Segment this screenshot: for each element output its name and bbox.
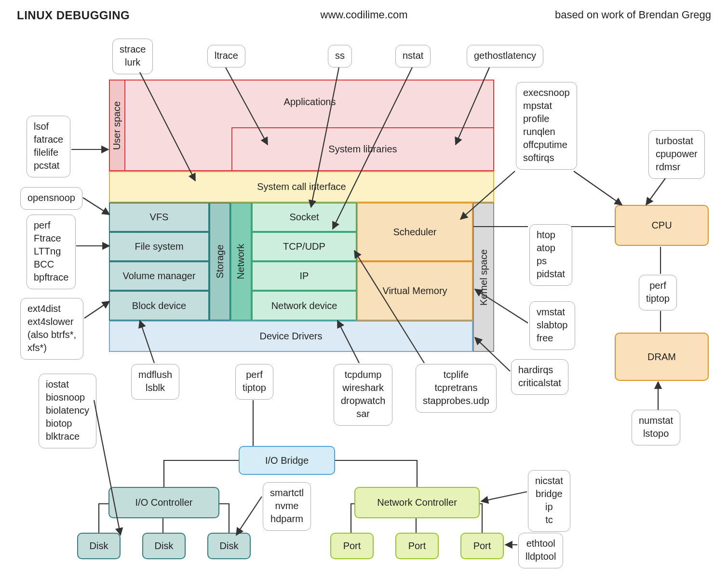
tool-nstat: nstat xyxy=(395,45,431,67)
tool-ltrace: ltrace xyxy=(207,45,245,67)
kernel-virtual-memory: Virtual Memory xyxy=(357,261,473,321)
network-device: Network device xyxy=(252,291,357,321)
region-user-space-label: User space xyxy=(109,80,125,171)
tool-line: numstat xyxy=(639,414,673,427)
tool-line: rdmsr xyxy=(656,161,698,174)
tool-line: perf xyxy=(646,279,670,292)
tool-gethostlatency: gethostlatency xyxy=(467,45,543,67)
tool-strace-lurk: stracelurk xyxy=(112,39,153,74)
network-ip: IP xyxy=(252,261,357,291)
storage-file-system: File system xyxy=(109,232,209,261)
tool-line: execsnoop xyxy=(523,86,570,99)
tool-line: tiptop xyxy=(646,292,670,305)
tool-line: ethtool xyxy=(526,537,556,550)
tool-line: filelife xyxy=(34,146,63,159)
layer-applications: Applications xyxy=(125,80,494,124)
tool-ethtool-group: ethtoollldptool xyxy=(518,533,563,568)
tool-line: ps xyxy=(537,255,565,268)
tool-line: mdflush xyxy=(138,368,172,381)
tool-line: stapprobes.udp xyxy=(423,394,489,407)
tool-line: Ftrace xyxy=(34,232,68,245)
tool-numstat-group: numstatlstopo xyxy=(632,410,680,445)
svg-line-6 xyxy=(83,198,109,215)
region-kernel-space-label: Kernel space xyxy=(473,202,494,352)
diagram-canvas: LINUX DEBUGGING www.codilime.com based o… xyxy=(0,0,728,579)
tool-perf-tiptop-right: perftiptop xyxy=(639,275,677,310)
svg-line-12 xyxy=(646,178,665,205)
hw-disk-2: Disk xyxy=(142,533,186,559)
tool-line: vmstat xyxy=(537,306,568,319)
tool-line: LTTng xyxy=(34,245,68,258)
tool-line: nstat xyxy=(403,49,423,62)
tool-htop-group: htopatoppspidstat xyxy=(529,224,572,286)
tool-line: hdparm xyxy=(270,512,304,525)
tool-line: lldptool xyxy=(526,550,556,563)
tool-line: profile xyxy=(523,112,570,125)
network-column-label: Network xyxy=(230,202,252,321)
hw-port-3: Port xyxy=(460,533,504,559)
tool-line: iostat xyxy=(46,378,89,391)
kernel-scheduler: Scheduler xyxy=(357,202,473,261)
tool-line: nvme xyxy=(270,499,304,512)
tool-line: ext4slower xyxy=(27,315,76,328)
tool-nicstat-group: nicstatbridgeiptc xyxy=(528,470,570,532)
tool-line: opensnoop xyxy=(27,191,75,204)
tool-line: BCC xyxy=(34,258,68,271)
tool-turbostat-group: turbostatcpupowerrdmsr xyxy=(648,130,705,179)
storage-block-device: Block device xyxy=(109,291,209,321)
tool-line: tc xyxy=(535,513,563,526)
tool-line: atop xyxy=(537,242,565,255)
tool-lsof-group: lsoffatracefilelifepcstat xyxy=(27,116,70,177)
storage-vfs: VFS xyxy=(109,202,209,232)
tool-line: sar xyxy=(341,407,385,420)
tool-line: strace xyxy=(120,43,146,56)
tool-ext4-group: ext4distext4slower(also btrfs*,xfs*) xyxy=(20,298,83,360)
svg-line-19 xyxy=(236,497,262,535)
tool-line: htop xyxy=(537,229,565,242)
tool-line: ltrace xyxy=(215,49,238,62)
svg-line-20 xyxy=(481,492,527,501)
tool-line: ss xyxy=(335,49,345,62)
tool-line: bridge xyxy=(535,487,563,500)
tool-line: slabtop xyxy=(537,319,568,332)
tool-line: biolatency xyxy=(46,404,89,417)
hw-cpu: CPU xyxy=(615,205,709,246)
tool-line: hardirqs xyxy=(518,364,561,377)
tool-line: (also btrfs*, xyxy=(27,328,76,341)
tool-line: xfs*) xyxy=(27,341,76,354)
hw-port-1: Port xyxy=(330,533,374,559)
layer-system-call-interface: System call interface xyxy=(109,171,494,202)
hw-io-controller: I/O Controller xyxy=(108,487,219,518)
tool-line: perf xyxy=(243,368,266,381)
tool-mdflush-group: mdflushlsblk xyxy=(131,364,179,400)
storage-volume-manager: Volume manager xyxy=(109,261,209,291)
credit-text: based on work of Brendan Gregg xyxy=(555,9,711,21)
tool-line: offcputime xyxy=(523,138,570,151)
tool-line: pcstat xyxy=(34,159,63,172)
tool-line: dropwatch xyxy=(341,394,385,407)
network-tcp-udp: TCP/UDP xyxy=(252,232,357,261)
layer-system-libraries: System libraries xyxy=(231,127,494,171)
tool-line: wireshark xyxy=(341,381,385,394)
tool-line: gethostlatency xyxy=(474,49,536,62)
tool-iostat-group: iostatbiosnoopbiolatencybiotopblktrace xyxy=(39,374,96,448)
tool-line: runqlen xyxy=(523,125,570,138)
svg-line-11 xyxy=(574,171,622,205)
layer-device-drivers: Device Drivers xyxy=(109,321,473,352)
tool-line: tcplife xyxy=(423,368,489,381)
tool-perf-ftrace-group: perfFtraceLTTngBCCbpftrace xyxy=(27,215,76,289)
hw-disk-3: Disk xyxy=(207,533,251,559)
tool-line: ext4dist xyxy=(27,302,76,315)
tool-line: criticalstat xyxy=(518,377,561,390)
tool-line: biosnoop xyxy=(46,391,89,404)
tool-smartctl-group: smartctlnvmehdparm xyxy=(263,482,311,531)
hw-dram: DRAM xyxy=(615,333,709,381)
hw-disk-1: Disk xyxy=(77,533,121,559)
tool-line: free xyxy=(537,332,568,345)
tool-line: softirqs xyxy=(523,151,570,164)
tool-vmstat-group: vmstatslabtopfree xyxy=(529,301,575,350)
tool-line: tiptop xyxy=(243,381,266,394)
tool-line: pidstat xyxy=(537,268,565,281)
hw-network-controller: Network Controller xyxy=(354,487,480,518)
tool-hardirqs-group: hardirqscriticalstat xyxy=(511,359,568,395)
